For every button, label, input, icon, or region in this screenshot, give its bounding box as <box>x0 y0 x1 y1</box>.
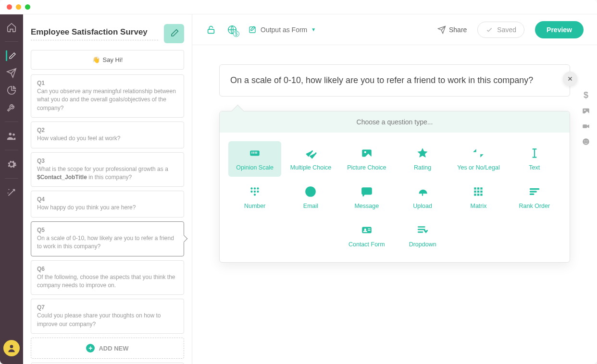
type-label: Rank Order <box>519 203 550 209</box>
svg-rect-36 <box>477 194 479 196</box>
question-number: Q3 <box>37 158 178 164</box>
type-picker-header: Choose a question type... <box>220 111 570 133</box>
saved-label: Saved <box>497 26 516 34</box>
multiple-icon <box>304 147 317 159</box>
rank-icon <box>528 185 541 198</box>
type-label: Picture Choice <box>347 164 386 171</box>
preview-button[interactable]: Preview <box>535 21 584 38</box>
svg-point-23 <box>254 191 256 193</box>
question-preview-text: Of the following, choose the aspects tha… <box>37 273 178 290</box>
plus-icon: + <box>86 344 95 352</box>
question-preview-text: On a scale of 0-10, how likely are you t… <box>37 234 178 251</box>
analytics-icon[interactable] <box>6 85 17 96</box>
svg-point-9 <box>583 138 589 145</box>
question-side-tools: $ <box>581 91 591 146</box>
say-hi-card[interactable]: 👋 Say Hi! <box>31 50 184 70</box>
settings-icon[interactable] <box>6 159 17 170</box>
video-icon[interactable] <box>581 121 591 131</box>
svg-rect-33 <box>477 191 479 193</box>
question-card-q2[interactable]: Q2How valued do you feel at work? <box>31 121 184 148</box>
question-card-q3[interactable]: Q3What is the scope for your professiona… <box>31 152 184 187</box>
window-close-dot[interactable] <box>7 4 12 10</box>
type-rating[interactable]: Rating <box>396 141 449 177</box>
share-button[interactable]: Share <box>437 25 467 34</box>
type-contact[interactable]: Contact Form <box>340 218 393 254</box>
variable-icon[interactable]: $ <box>581 91 591 100</box>
send-icon[interactable] <box>6 68 17 78</box>
svg-rect-31 <box>481 188 483 190</box>
window-maximize-dot[interactable] <box>25 4 30 10</box>
editor-topbar: $ Output as Form ▼ Share Saved Preview <box>192 14 597 45</box>
type-upload[interactable]: Upload <box>396 180 449 215</box>
close-icon[interactable] <box>563 72 577 86</box>
type-matrix[interactable]: Matrix <box>452 180 505 215</box>
svg-point-25 <box>254 194 256 196</box>
magic-icon[interactable] <box>6 187 17 198</box>
type-yesno[interactable]: Yes or No/Legal <box>452 141 505 177</box>
edit-icon[interactable] <box>6 50 16 61</box>
rating-icon <box>416 147 429 159</box>
svg-rect-35 <box>474 194 476 196</box>
svg-point-20 <box>254 188 256 190</box>
type-rank[interactable]: Rank Order <box>508 180 561 215</box>
say-hi-label: Say Hi! <box>103 56 123 63</box>
question-card-q7[interactable]: Q7Could you please share your thoughts o… <box>31 299 184 334</box>
type-multiple[interactable]: Multiple Choice <box>284 141 337 177</box>
svg-rect-15 <box>255 152 256 154</box>
dropdown-icon <box>416 224 429 236</box>
type-label: Dropdown <box>409 241 436 248</box>
type-picture[interactable]: Picture Choice <box>340 141 393 177</box>
svg-point-19 <box>250 188 252 190</box>
question-card-q5[interactable]: Q5On a scale of 0-10, how likely are you… <box>31 221 184 256</box>
add-new-button[interactable]: + ADD NEW <box>31 338 184 359</box>
question-card-q6[interactable]: Q6Of the following, choose the aspects t… <box>31 260 184 295</box>
window-minimize-dot[interactable] <box>16 4 21 10</box>
wave-icon: 👋 <box>92 56 100 63</box>
type-label: Multiple Choice <box>290 164 331 171</box>
theme-button[interactable] <box>164 24 184 43</box>
svg-rect-16 <box>256 152 257 154</box>
tools-icon[interactable] <box>6 102 17 113</box>
type-label: Yes or No/Legal <box>457 164 500 171</box>
svg-rect-34 <box>481 191 483 193</box>
type-message[interactable]: Message <box>340 180 393 215</box>
text-icon <box>528 147 541 159</box>
globe-icon[interactable]: $ <box>227 24 237 35</box>
image-icon[interactable] <box>581 106 591 116</box>
svg-point-10 <box>585 141 585 142</box>
lock-icon[interactable] <box>206 24 216 35</box>
nav-sidebar <box>0 14 23 364</box>
question-number: Q7 <box>37 304 178 311</box>
type-label: Text <box>529 164 540 171</box>
team-icon[interactable] <box>6 131 17 141</box>
question-card-q1[interactable]: Q1Can you observe any meaningful relatio… <box>31 74 184 118</box>
question-number: Q6 <box>37 266 178 272</box>
emoji-icon[interactable] <box>581 137 591 146</box>
question-number: Q2 <box>37 127 178 133</box>
question-editor-tile[interactable]: On a scale of 0-10, how likely are you t… <box>219 64 570 97</box>
picture-icon <box>361 147 373 159</box>
check-icon <box>485 26 493 34</box>
number-icon <box>249 185 261 198</box>
svg-point-18 <box>364 151 366 153</box>
output-mode-selector[interactable]: Output as Form ▼ <box>248 25 316 34</box>
form-icon <box>248 25 257 34</box>
home-icon[interactable] <box>6 22 17 33</box>
svg-rect-28 <box>362 188 372 194</box>
type-text[interactable]: Text <box>508 141 561 177</box>
survey-title[interactable]: Employee Satisfaction Survey <box>31 27 158 40</box>
question-preview-text: Could you please share your thoughts on … <box>37 312 178 328</box>
user-avatar[interactable] <box>3 340 20 356</box>
svg-rect-8 <box>583 124 587 128</box>
contact-icon <box>361 224 373 236</box>
svg-point-24 <box>257 191 259 193</box>
type-opinion[interactable]: Opinion Scale <box>228 141 281 177</box>
editor-canvas: On a scale of 0-10, how likely are you t… <box>192 45 597 364</box>
type-email[interactable]: Email <box>284 180 337 215</box>
type-number[interactable]: Number <box>228 180 281 215</box>
question-card-q4[interactable]: Q4How happy do you think you are here? <box>31 191 184 217</box>
svg-point-11 <box>586 141 587 142</box>
svg-point-0 <box>9 133 12 136</box>
type-dropdown[interactable]: Dropdown <box>396 218 449 254</box>
type-label: Rating <box>414 164 431 171</box>
